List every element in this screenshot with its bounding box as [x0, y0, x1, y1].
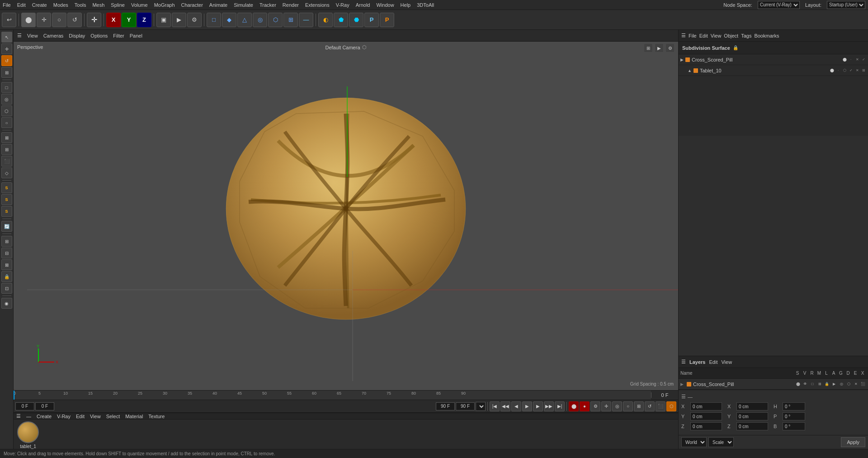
next-key-button[interactable]: ▶: [533, 401, 543, 411]
vp-camera-btn[interactable]: ▶: [655, 43, 664, 52]
prev-key-button[interactable]: ◀: [511, 401, 521, 411]
z-axis-button[interactable]: Z: [137, 13, 151, 27]
layer-item-cross-scored-pill[interactable]: ▶ Cross_Scored_Pill ⬤ 👁 □ ⊞ 🔒 ▶ ◎ ⬡ ✕ ⬛: [679, 379, 868, 390]
go-to-start-button[interactable]: |◀: [490, 401, 500, 411]
layer-icon-extra[interactable]: ⬛: [860, 381, 866, 387]
layers-tab[interactable]: Layers: [689, 359, 705, 365]
menu-volume[interactable]: Volume: [131, 2, 148, 8]
obj-x-btn[interactable]: ✕: [854, 57, 860, 62]
tool-magnet[interactable]: 🔄: [1, 221, 12, 232]
vh-display[interactable]: Display: [69, 33, 85, 38]
viewport-3d[interactable]: Perspective Default Camera ⬡: [14, 42, 678, 390]
mode-edges-button[interactable]: ✛: [37, 13, 51, 27]
menu-animate[interactable]: Animate: [209, 2, 227, 8]
menu-vray[interactable]: V-Ray: [336, 2, 349, 8]
python-button[interactable]: P: [364, 13, 379, 27]
layer-icon-manager[interactable]: ⊞: [816, 381, 823, 387]
menu-tracker[interactable]: Tracker: [259, 2, 276, 8]
menu-character[interactable]: Character: [181, 2, 203, 8]
obj-visible-btn[interactable]: ⬤: [842, 57, 847, 62]
cylinder-button[interactable]: ⬡: [268, 13, 283, 27]
tf-z2-input[interactable]: [736, 422, 768, 430]
vray-python-button[interactable]: P: [380, 13, 394, 27]
vh-panel[interactable]: Panel: [130, 33, 142, 38]
tool-free-select[interactable]: ⬡: [1, 105, 12, 116]
mode-points-button[interactable]: ⬤: [21, 13, 36, 27]
menu-render[interactable]: Render: [283, 2, 299, 8]
tool-inner-extrude[interactable]: ⬛: [1, 156, 12, 167]
tool-grid2[interactable]: ⊟: [1, 248, 12, 258]
hair-button[interactable]: ⬣: [349, 13, 363, 27]
layout-select[interactable]: Startup (User): [827, 1, 865, 9]
menu-tools[interactable]: Tools: [75, 2, 86, 8]
menu-3dtoall[interactable]: 3DToAll: [417, 2, 434, 8]
x-axis-button[interactable]: X: [106, 13, 121, 27]
plane-button[interactable]: ⊞: [283, 13, 298, 27]
mode-uvw-button[interactable]: ↺: [67, 13, 82, 27]
tf-x2-input[interactable]: [736, 402, 768, 410]
tf-z-input[interactable]: [690, 422, 722, 430]
tf-p-input[interactable]: [783, 412, 805, 420]
end-frame-input[interactable]: [436, 402, 455, 410]
auto-key-button[interactable]: ⚙: [590, 401, 600, 411]
record-key-button[interactable]: ●: [580, 401, 590, 411]
fps-input[interactable]: [456, 402, 475, 410]
current-frame-input[interactable]: [15, 402, 34, 410]
menu-file[interactable]: File: [3, 2, 11, 8]
spline-tool-button[interactable]: —: [299, 13, 313, 27]
material-item-1[interactable]: tablet_1: [17, 421, 39, 449]
tool-s[interactable]: S: [1, 182, 12, 193]
layers-view-tab[interactable]: View: [721, 359, 732, 365]
menu-help[interactable]: Help: [401, 2, 411, 8]
bp-view[interactable]: View: [90, 414, 101, 419]
playhead[interactable]: [14, 390, 14, 400]
bp-menu-icon[interactable]: ☰: [16, 413, 21, 419]
menu-modes[interactable]: Modes: [53, 2, 68, 8]
tool-s2[interactable]: S: [1, 194, 12, 205]
motion-path-button[interactable]: ✛: [601, 401, 611, 411]
cone-button[interactable]: △: [237, 13, 252, 27]
menu-simulate[interactable]: Simulate: [234, 2, 253, 8]
om-view[interactable]: View: [711, 33, 722, 38]
menu-spline[interactable]: Spline: [111, 2, 125, 8]
tool-circle[interactable]: ◉: [1, 298, 12, 309]
timeline[interactable]: 0 5 10 15 20 25 30 35 40 45 50 55 60 65 …: [14, 390, 678, 400]
layer-icon-visible[interactable]: 👁: [802, 381, 808, 387]
obj-dot-btn[interactable]: ·: [848, 57, 854, 62]
vh-menu-icon[interactable]: ☰: [17, 33, 22, 38]
key-all-button[interactable]: ◎: [612, 401, 622, 411]
vp-expand-btn[interactable]: ⊞: [644, 43, 653, 52]
layer-icon-gen[interactable]: ◎: [838, 381, 844, 387]
obj-expand-arrow[interactable]: ▶: [680, 57, 684, 62]
transform-menu-icon[interactable]: ☰: [681, 394, 686, 400]
next-frame-button[interactable]: ▶▶: [544, 401, 554, 411]
mode-poly-button[interactable]: ○: [52, 13, 66, 27]
menu-edit[interactable]: Edit: [17, 2, 26, 8]
torus-button[interactable]: ◎: [253, 13, 267, 27]
menu-window[interactable]: Window: [376, 2, 394, 8]
tool-extrude[interactable]: ⊞: [1, 144, 12, 155]
tf-x-input[interactable]: [690, 402, 722, 410]
obj-item-tablet-10[interactable]: ▲ Tablet_10 ⬤ · ⬡ ✓ ✕ ⊞: [679, 65, 868, 76]
tool-rotate[interactable]: ↺: [1, 55, 12, 66]
layer-icon-anim[interactable]: ▶: [831, 381, 837, 387]
vp-settings-btn[interactable]: ⚙: [665, 43, 675, 52]
layer-icon-expr[interactable]: ✕: [853, 381, 859, 387]
tool-move[interactable]: ✛: [1, 43, 12, 54]
sculpt-button[interactable]: ⬟: [334, 13, 348, 27]
layers-menu-icon[interactable]: ☰: [681, 359, 686, 365]
undo-button[interactable]: ↩: [2, 13, 16, 27]
menu-mesh[interactable]: Mesh: [92, 2, 104, 8]
model-mode-button[interactable]: ▣: [156, 13, 171, 27]
tf-h-input[interactable]: [783, 402, 805, 410]
obj-dot-btn-2[interactable]: ·: [835, 68, 841, 73]
scale-select[interactable]: Scale: [708, 437, 734, 447]
tool-grid[interactable]: ⊞: [1, 236, 12, 247]
bp-tab-menu[interactable]: —: [26, 414, 31, 419]
tool-grid4[interactable]: ⊡: [1, 283, 12, 294]
tool-s3[interactable]: S: [1, 206, 12, 217]
bp-material[interactable]: Material: [125, 414, 143, 419]
prev-frame-button[interactable]: ◀◀: [500, 401, 510, 411]
sphere-button[interactable]: ◆: [222, 13, 236, 27]
settings-button[interactable]: ⚙: [187, 13, 202, 27]
